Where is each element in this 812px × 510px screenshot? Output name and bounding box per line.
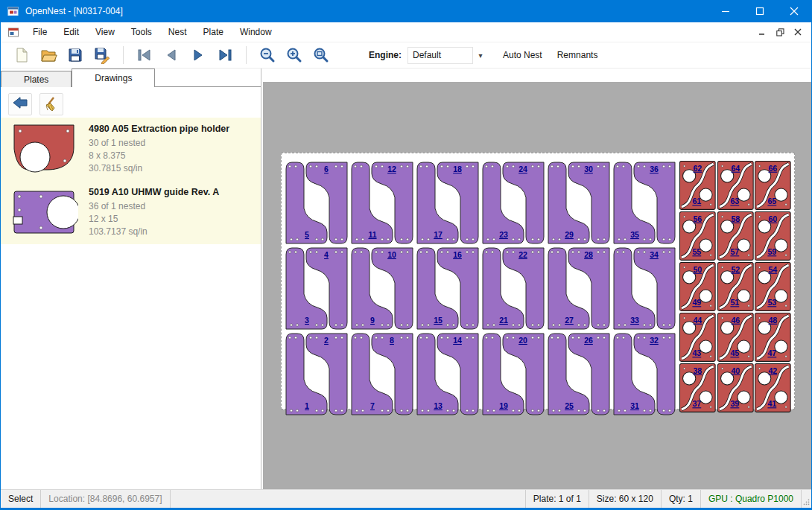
- drawing-item-0[interactable]: 4980 A05 Extraction pipe holder 30 of 1 …: [1, 118, 261, 181]
- new-button[interactable]: [8, 44, 35, 66]
- svg-text:19: 19: [499, 401, 508, 410]
- import-drawings-button[interactable]: [8, 93, 32, 115]
- zoom-fit-button[interactable]: [308, 44, 334, 66]
- resize-grip[interactable]: [801, 490, 811, 508]
- nested-pair-purple[interactable]: 24 23: [480, 160, 546, 246]
- nested-pair-purple[interactable]: 30 29: [546, 160, 612, 246]
- nested-pair-red[interactable]: 46 45: [717, 312, 755, 363]
- nested-pair-purple[interactable]: 28 27: [546, 246, 612, 331]
- svg-text:27: 27: [565, 316, 574, 325]
- nested-pair-purple[interactable]: 20 19: [480, 331, 546, 417]
- nested-pair-purple[interactable]: 16 15: [415, 246, 480, 331]
- window-close-button[interactable]: [777, 0, 811, 22]
- open-button[interactable]: [35, 44, 62, 66]
- drawing-info: 4980 A05 Extraction pipe holder 30 of 1 …: [89, 122, 229, 176]
- nested-pair-purple[interactable]: 10 9: [349, 246, 415, 331]
- new-document-icon: [13, 46, 31, 64]
- nested-pair-red[interactable]: 44 43: [679, 312, 717, 363]
- drawing-area: 30.7815 sq/in: [89, 162, 229, 175]
- menu-item-edit[interactable]: Edit: [55, 23, 87, 41]
- nested-pair-purple[interactable]: 26 25: [546, 331, 612, 417]
- nest-canvas[interactable]: 6 5 12 11 18 17 24 23 30 29 36 35 4 3: [262, 68, 811, 489]
- svg-text:35: 35: [630, 230, 639, 239]
- svg-text:29: 29: [565, 230, 574, 239]
- auto-nest-button[interactable]: Auto Nest: [498, 47, 547, 63]
- svg-text:16: 16: [453, 250, 462, 259]
- nested-pair-red[interactable]: 54 53: [754, 261, 792, 312]
- menu-item-tools[interactable]: Tools: [123, 23, 160, 41]
- svg-text:36: 36: [650, 165, 659, 173]
- mdi-minimize-button[interactable]: [753, 25, 771, 39]
- nested-pair-red[interactable]: 62 61: [679, 160, 717, 211]
- nested-pair-purple[interactable]: 8 7: [349, 331, 415, 417]
- status-location: Location: [84.8696, 60.6957]: [41, 490, 170, 508]
- nested-pair-red[interactable]: 58 57: [717, 211, 755, 261]
- tab-drawings[interactable]: Drawings: [72, 68, 155, 87]
- nested-pair-red[interactable]: 50 49: [679, 261, 717, 312]
- drawing-item-1[interactable]: 5019 A10 UHMW guide Rev. A 36 of 1 neste…: [1, 181, 261, 244]
- svg-text:55: 55: [692, 247, 701, 256]
- drawing-nested-count: 30 of 1 nested: [89, 137, 229, 150]
- tab-plates[interactable]: Plates: [1, 71, 72, 87]
- previous-plate-button[interactable]: [158, 44, 185, 66]
- svg-text:20: 20: [518, 336, 527, 345]
- remnants-button[interactable]: Remnants: [553, 47, 603, 63]
- svg-text:6: 6: [324, 165, 329, 173]
- nested-pair-purple[interactable]: 4 3: [284, 246, 349, 331]
- svg-text:2: 2: [324, 336, 329, 345]
- menu-item-plate[interactable]: Plate: [195, 23, 232, 41]
- drawings-toolbar: [8, 93, 63, 115]
- menu-item-view[interactable]: View: [87, 23, 123, 41]
- svg-text:32: 32: [650, 336, 659, 345]
- nested-pair-red[interactable]: 42 41: [754, 363, 792, 413]
- window-minimize-button[interactable]: [708, 0, 743, 22]
- previous-arrow-icon: [162, 46, 180, 64]
- svg-text:5: 5: [305, 230, 309, 239]
- nested-pair-purple[interactable]: 14 13: [415, 331, 480, 417]
- svg-text:46: 46: [731, 315, 740, 324]
- nested-pair-purple[interactable]: 22 21: [480, 246, 546, 331]
- maximize-icon: [755, 7, 764, 16]
- menu-bar: FileEditViewToolsNestPlateWindow: [1, 22, 811, 42]
- nested-pair-purple[interactable]: 6 5: [284, 160, 349, 246]
- nested-pair-purple[interactable]: 12 11: [349, 160, 415, 246]
- nested-pair-red[interactable]: 64 63: [717, 160, 755, 211]
- nested-pair-purple[interactable]: 36 35: [612, 160, 677, 246]
- dropdown-caret-icon[interactable]: ▾: [475, 51, 486, 60]
- nested-pair-red[interactable]: 40 39: [717, 363, 755, 413]
- nested-pair-red[interactable]: 48 47: [754, 312, 792, 363]
- svg-text:7: 7: [370, 401, 375, 410]
- menu-item-file[interactable]: File: [25, 23, 55, 41]
- nested-pair-purple[interactable]: 2 1: [284, 331, 349, 417]
- first-plate-button[interactable]: [131, 44, 158, 66]
- window-maximize-button[interactable]: [743, 0, 777, 22]
- svg-text:17: 17: [434, 230, 443, 239]
- nested-pair-purple[interactable]: 18 17: [415, 160, 480, 246]
- nested-pair-red[interactable]: 38 37: [679, 363, 717, 413]
- nested-pair-red[interactable]: 66 65: [754, 160, 792, 211]
- canvas-background[interactable]: 6 5 12 11 18 17 24 23 30 29 36 35 4 3: [263, 82, 811, 489]
- nested-pair-purple[interactable]: 32 31: [612, 331, 677, 417]
- zoom-out-button[interactable]: [254, 44, 281, 66]
- tab-plates-label: Plates: [24, 74, 48, 85]
- save-button[interactable]: [62, 44, 89, 66]
- next-plate-button[interactable]: [185, 44, 212, 66]
- save-as-button[interactable]: [89, 44, 115, 66]
- mdi-close-button[interactable]: [789, 25, 807, 39]
- engine-label: Engine:: [369, 50, 402, 60]
- svg-text:42: 42: [769, 366, 778, 374]
- nested-pair-purple[interactable]: 34 33: [612, 246, 677, 331]
- zoom-in-button[interactable]: [281, 44, 308, 66]
- mdi-restore-button[interactable]: [771, 25, 789, 39]
- clear-drawings-button[interactable]: [39, 93, 63, 115]
- plate[interactable]: 6 5 12 11 18 17 24 23 30 29 36 35 4 3: [281, 153, 795, 409]
- menu-item-nest[interactable]: Nest: [160, 23, 195, 41]
- menu-item-window[interactable]: Window: [232, 23, 280, 41]
- sidebar: Plates Drawings: [1, 68, 261, 489]
- nested-pair-red[interactable]: 60 59: [754, 211, 792, 261]
- last-plate-button[interactable]: [212, 44, 238, 66]
- nested-pair-red[interactable]: 52 51: [717, 261, 755, 312]
- toolbar-separator: [123, 46, 124, 64]
- engine-dropdown[interactable]: Default: [407, 47, 473, 64]
- nested-pair-red[interactable]: 56 55: [679, 211, 717, 261]
